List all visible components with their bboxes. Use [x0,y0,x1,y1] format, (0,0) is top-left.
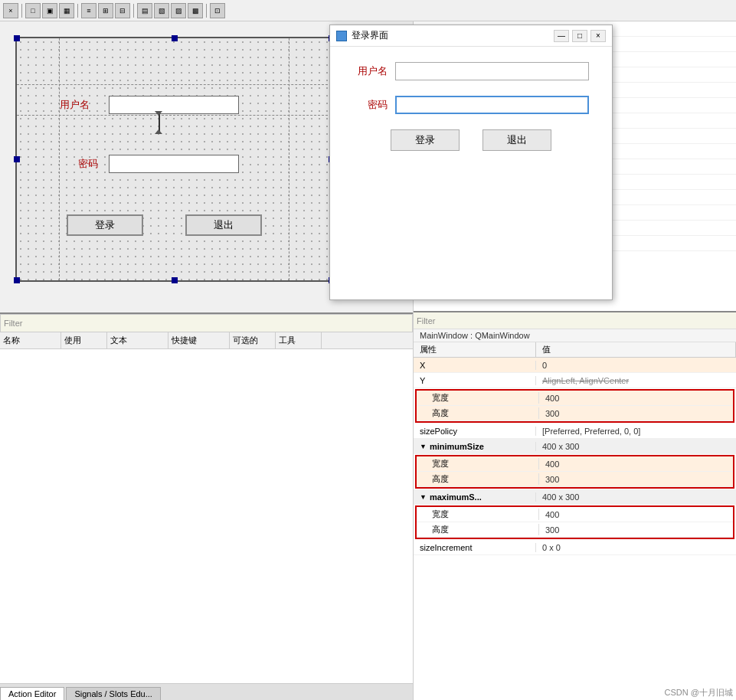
prop-maxheight-name: 高度 [417,524,539,535]
prop-height1-name: 高度 [417,407,539,419]
prop-filter-bar[interactable]: Filter [414,312,736,329]
dashed-line-h1 [17,115,332,116]
bottom-table-header: 名称 使用 文本 快捷键 可选的 工具 [0,332,413,349]
prop-sizeincrement-value: 0 x 0 [536,543,736,552]
prop-minheight-value: 300 [539,475,733,484]
col-name: 名称 [0,332,61,348]
handle-ml [14,156,20,162]
toolbar-btn-7[interactable]: ▤ [137,3,152,18]
expand-arrow-min: ▼ [420,443,427,450]
prop-row-minheight[interactable]: 高度 300 [417,472,733,487]
dashed-line-v1 [59,38,60,280]
dialog-exit-btn[interactable]: 退出 [482,129,551,151]
prop-maxsize-value: 400 x 300 [536,492,736,502]
dialog-controls: — □ × [554,30,606,42]
prop-row-maxheight[interactable]: 高度 300 [417,522,733,538]
prop-minsize-value: 400 x 300 [536,442,736,451]
cursor-indicator [159,111,160,134]
watermark: CSDN @十月旧城 [665,687,733,698]
dialog-password-row: 密码 [353,96,589,114]
red-border-group-3: 宽度 400 高度 300 [415,505,734,539]
main-toolbar: × □ ▣ ▦ ≡ ⊞ ⊟ ▤ ▧ ▨ ▩ ⊡ [0,0,736,21]
dialog-username-row: 用户名 [353,62,589,80]
prop-row-minwidth[interactable]: 宽度 400 [417,456,733,472]
dialog-titlebar: 登录界面 — □ × [330,25,612,47]
dialog-minimize-btn[interactable]: — [554,30,569,42]
col-text: 文本 [107,332,168,348]
red-border-group-2: 宽度 400 高度 300 [415,455,734,489]
dialog-password-input[interactable] [395,96,589,114]
prop-row-height1[interactable]: 高度 300 [417,406,733,421]
toolbar-btn-4[interactable]: ≡ [81,3,96,18]
toolbar-btn-close[interactable]: × [3,3,18,18]
prop-width1-name: 宽度 [417,392,539,404]
dialog-restore-btn[interactable]: □ [572,30,587,42]
prop-minwidth-value: 400 [539,460,733,469]
prop-filter-label: Filter [417,316,435,325]
toolbar-btn-9[interactable]: ▨ [171,3,186,18]
prop-x-value: 0 [536,361,736,370]
red-border-group-1: 宽度 400 高度 300 [415,389,734,423]
dialog-username-input[interactable] [395,62,589,80]
bottom-filter-label: Filter [4,319,22,328]
prop-maxsize-label: maximumS... [430,492,482,502]
designer-exit-btn[interactable]: 退出 [185,214,262,236]
toolbar-btn-5[interactable]: ⊞ [98,3,113,18]
dialog-password-label: 密码 [353,98,388,112]
dialog-title-left: 登录界面 [336,29,388,42]
designer-password-label: 密码 [78,157,98,171]
properties-panel: Filter MainWindow : QMainWindow 属性 值 X 0… [414,312,736,700]
prop-header-value: 值 [536,342,736,357]
prop-y-name: Y [414,376,536,385]
handle-bm [172,277,178,283]
designer-username-label: 用户名 [60,98,90,112]
form-designer[interactable]: 用户名 密码 登录 退出 [15,37,333,282]
prop-maxwidth-name: 宽度 [417,509,539,520]
prop-rows[interactable]: X 0 Y AlignLeft, AlignVCenter 宽度 400 高度 [414,358,736,700]
prop-height1-value: 300 [539,409,733,418]
prop-row-width1[interactable]: 宽度 400 [417,391,733,406]
toolbar-sep-1 [21,4,22,18]
bottom-filter-bar[interactable]: Filter [0,314,413,332]
toolbar-btn-8[interactable]: ▧ [154,3,169,18]
prop-row-sizeincrement[interactable]: sizeIncrement 0 x 0 [414,540,736,555]
prop-row-x[interactable]: X 0 [414,358,736,373]
dialog-login-btn[interactable]: 登录 [391,129,460,151]
dialog-title-text: 登录界面 [352,29,388,42]
toolbar-btn-10[interactable]: ▩ [188,3,203,18]
prop-row-sizepolicy[interactable]: sizePolicy [Preferred, Preferred, 0, 0] [414,424,736,439]
prop-x-name: X [414,361,536,370]
toolbar-btn-6[interactable]: ⊟ [115,3,130,18]
tab-action-editor[interactable]: Action Editor [0,687,64,700]
bottom-panels: Filter 名称 使用 文本 快捷键 可选的 工具 Action Editor… [0,312,413,700]
toolbar-sep-3 [133,4,134,18]
tab-signals-slots[interactable]: Signals / Slots Edu... [66,687,161,700]
designer-login-btn[interactable]: 登录 [67,214,143,236]
prop-row-maxwidth[interactable]: 宽度 400 [417,507,733,522]
designer-username-input[interactable] [109,96,239,114]
toolbar-btn-2[interactable]: ▣ [42,3,57,18]
prop-row-minsize[interactable]: ▼ minimumSize 400 x 300 [414,439,736,454]
designer-password-input[interactable] [109,155,239,173]
col-use: 使用 [61,332,107,348]
dashed-line-h2 [17,84,332,85]
prop-row-maxsize[interactable]: ▼ maximumS... 400 x 300 [414,489,736,505]
prop-table-header: 属性 值 [414,342,736,358]
toolbar-btn-1[interactable]: □ [25,3,41,18]
toolbar-btn-3[interactable]: ▦ [59,3,74,18]
prop-sizepolicy-value: [Preferred, Preferred, 0, 0] [536,427,736,436]
prop-row-y[interactable]: Y AlignLeft, AlignVCenter [414,373,736,388]
dashed-line-v2 [289,38,289,280]
dialog-close-btn[interactable]: × [590,30,606,42]
handle-tm [172,35,178,41]
toolbar-btn-11[interactable]: ⊡ [210,3,225,18]
login-dialog: 登录界面 — □ × 用户名 密码 登录 退出 [329,25,613,300]
dialog-username-label: 用户名 [353,64,388,78]
prop-minsize-label: minimumSize [430,442,484,451]
col-tool: 工具 [276,332,322,348]
handle-bl [14,277,20,283]
dialog-icon [336,31,347,41]
prop-sizepolicy-name: sizePolicy [414,427,536,436]
prop-maxsize-name: ▼ maximumS... [414,492,536,502]
bottom-table: 名称 使用 文本 快捷键 可选的 工具 [0,332,413,683]
